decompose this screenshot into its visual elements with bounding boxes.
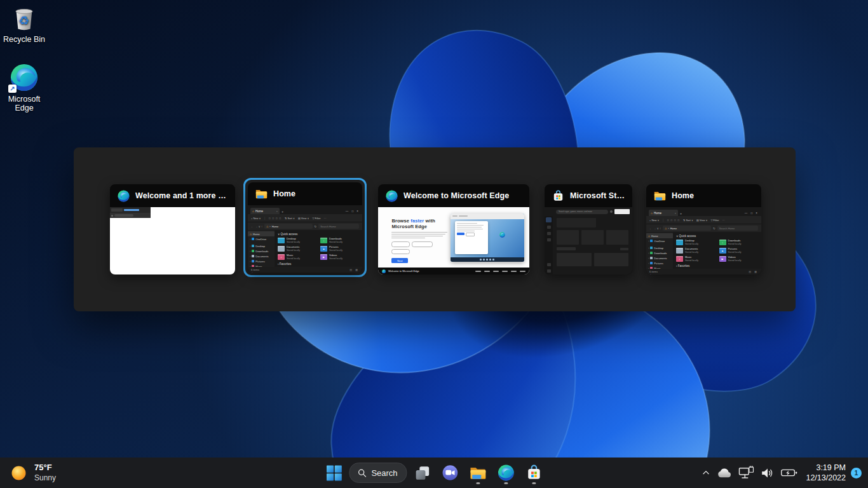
network-tray-button[interactable] <box>735 460 757 485</box>
taskbar-center: Search <box>321 460 546 485</box>
task-view-icon <box>414 465 430 481</box>
folder-tile-videos: ▶VideosStored locally <box>320 254 359 260</box>
windows-logo-icon <box>326 465 342 481</box>
running-indicator <box>532 482 536 484</box>
search-button[interactable]: Search <box>349 463 407 483</box>
search-label: Search <box>371 468 397 478</box>
weather-temperature: 75°F <box>34 463 56 473</box>
chat-video-icon <box>442 464 459 481</box>
card-titlebar: Home <box>646 184 761 207</box>
view-button: ▤ View ∨ <box>696 219 708 222</box>
notification-badge[interactable]: 1 <box>851 468 862 478</box>
explorer-tab: ⌂ Home × <box>649 210 678 216</box>
folder-tile-downloads: ↓DownloadsStored locally <box>719 240 759 245</box>
running-indicator <box>505 482 508 484</box>
date: 12/13/2022 <box>806 473 846 483</box>
volume-icon <box>761 467 775 479</box>
explorer-address-bar: ← → ∨ ↑ ⌂ › Home ↻ Search Home <box>248 222 362 230</box>
widgets-button[interactable]: 75°F Sunny <box>1 458 65 488</box>
store-button <box>614 209 630 214</box>
sidebar-item-pictures: ›Pictures <box>646 261 673 266</box>
clipboard-icons: □ □ □ □ <box>667 219 680 222</box>
desktop-icon-recycle-bin[interactable]: Recycle Bin <box>1 4 47 44</box>
welcome-paragraph <box>391 232 447 239</box>
explorer-search-box: Search Home <box>318 224 359 229</box>
battery-tray-button[interactable] <box>778 460 801 485</box>
edge-icon <box>498 464 515 481</box>
weather-condition: Sunny <box>34 473 56 484</box>
task-switcher-card-file-explorer-home[interactable]: Home ⌂ Home × + — □ × + New ∨ │ <box>248 182 362 273</box>
task-view-button[interactable] <box>410 460 435 485</box>
sidebar-item-downloads: ›Downloads <box>248 248 275 254</box>
explorer-tab-bar: ⌂ Home × + — □ × <box>248 205 362 214</box>
card-titlebar: Welcome to Microsoft Edge <box>378 184 529 207</box>
chat-button[interactable] <box>438 460 463 485</box>
desktop: Recycle Bin ↗ Microsoft Edge Welcome and… <box>0 0 868 488</box>
task-switcher-card-microsoft-store[interactable]: Microsoft Store Search apps, games, movi… <box>545 184 632 274</box>
feature-pills <box>391 241 443 254</box>
welcome-screenshot <box>451 214 524 262</box>
sidebar-item-pictures: ›Pictures <box>248 259 275 264</box>
search-icon <box>357 468 367 478</box>
file-explorer-icon <box>255 189 268 199</box>
home-icon: ⌂ <box>252 210 254 213</box>
edge-icon <box>382 269 386 273</box>
window-title: Microsoft Store <box>570 191 625 200</box>
filter-button: ▽ Filter <box>710 219 719 222</box>
view-toggle-icons: ▤ ▦ <box>349 268 359 271</box>
welcome-dialog <box>455 221 488 254</box>
sidebar-item-home: ⌂Home <box>646 233 673 238</box>
sidebar-item-documents: ›Documents <box>248 254 275 259</box>
store-content <box>553 216 632 274</box>
store-nav-home <box>546 217 552 222</box>
task-switcher-card-edge-welcome-pages[interactable]: Welcome and 1 more pag... <box>110 184 235 274</box>
show-hidden-icons-button[interactable] <box>698 460 714 485</box>
window-controls: — □ × <box>745 212 759 216</box>
desktop-icon-microsoft-edge[interactable]: ↗ Microsoft Edge <box>1 64 47 113</box>
explorer-tab-label: Home <box>255 210 263 213</box>
sidebar-item-downloads: ›Downloads <box>646 250 673 255</box>
window-title: Home <box>273 189 295 198</box>
file-explorer-button[interactable] <box>466 460 491 485</box>
sidebar-item-onedrive: ›OneDrive <box>248 236 275 241</box>
explorer-command-bar: + New ∨ │ □ □ □ □ ⇅ Sort ∨ ▤ View ∨ ▽ Fi… <box>646 216 761 224</box>
file-explorer-icon <box>654 191 666 201</box>
folder-tile-desktop: DesktopStored locally <box>676 240 715 245</box>
new-tab-icon: + <box>680 212 682 216</box>
task-switcher-card-file-explorer-home-2[interactable]: Home ⌂ Home × + — □ × + New ∨ │ □ □ □ □ … <box>646 184 761 274</box>
explorer-status-bar: 6 items ▤ ▦ <box>248 267 362 273</box>
folder-tile-videos: ▶VideosStored locally <box>719 256 759 262</box>
home-icon: ⌂ <box>651 212 653 215</box>
sun-weather-icon <box>10 464 27 482</box>
sidebar-item-documents: ›Documents <box>646 255 673 261</box>
store-search-box: Search apps, games, movies, and more <box>556 210 608 214</box>
microsoft-store-button[interactable] <box>522 460 547 485</box>
start-button[interactable] <box>321 460 346 485</box>
edge-welcome-preview: Browse faster with Microsoft Edge Next <box>378 207 529 274</box>
explorer-search-box: Search Home <box>717 226 758 231</box>
task-switcher-overlay: Welcome and 1 more pag... Home <box>74 147 796 311</box>
file-explorer-window-preview: ⌂ Home × + — □ × + New ∨ │ □ □ □ □ ⇅ Sor… <box>248 205 362 273</box>
edge-window-preview <box>110 207 235 274</box>
folder-tile-downloads: ↓DownloadsStored locally <box>320 238 359 243</box>
edge-icon <box>386 190 398 202</box>
window-title: Home <box>672 191 694 200</box>
nav-arrows: ← → ∨ ↑ <box>649 227 661 230</box>
clock[interactable]: 3:19 PM 12/13/2022 <box>806 463 846 484</box>
quick-access-header: ∨ Quick access <box>676 234 758 238</box>
sidebar-item-desktop: ›Desktop <box>248 243 275 248</box>
onedrive-tray-button[interactable] <box>714 460 735 485</box>
task-switcher-card-edge-welcome[interactable]: Welcome to Microsoft Edge Browse faster … <box>378 184 529 274</box>
explorer-command-bar: + New ∨ │ □ □ □ □ ⇅ Sort ∨ ▤ View ∨ ▽ Fi… <box>248 214 362 222</box>
window-title: Welcome and 1 more pag... <box>135 191 227 200</box>
task-switcher-selection-ring: Home ⌂ Home × + — □ × + New ∨ │ <box>243 178 367 277</box>
microsoft-store-icon <box>526 464 543 481</box>
view-toggle-icons: ▤ ▦ <box>749 270 758 273</box>
volume-tray-button[interactable] <box>757 460 778 485</box>
desktop-icon-label: Recycle Bin <box>3 35 45 44</box>
refresh-icon: ↻ <box>315 225 317 228</box>
edge-button[interactable] <box>494 460 519 485</box>
store-nav-rail <box>545 216 553 274</box>
folder-tile-music: ♪MusicStored locally <box>278 254 316 260</box>
sort-button: ⇅ Sort ∨ <box>683 219 693 222</box>
